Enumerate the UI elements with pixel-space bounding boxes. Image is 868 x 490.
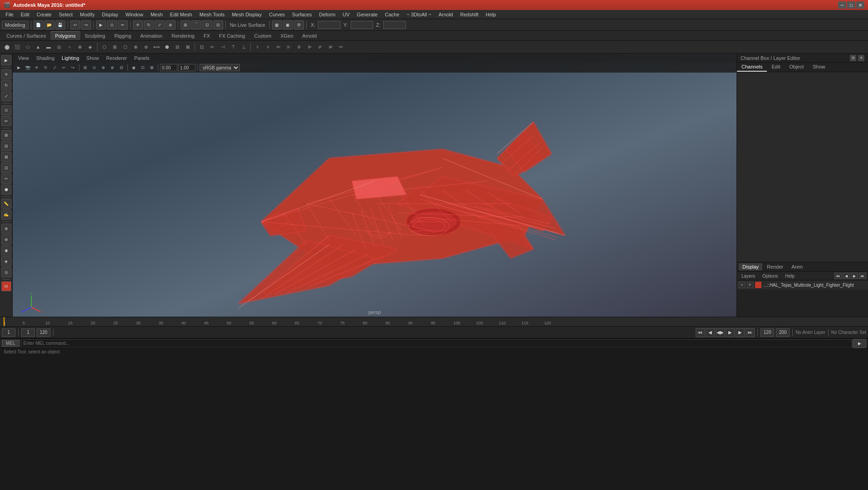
menu-surfaces[interactable]: Surfaces	[288, 11, 315, 18]
timeline-ruler[interactable]: 1 5 10 15 20 25 30 35 40 45 50 55 60 65 …	[0, 317, 868, 326]
minimize-button[interactable]: ─	[838, 1, 846, 9]
menu-select[interactable]: Select	[55, 11, 77, 18]
render-btn[interactable]: ▦	[272, 20, 282, 29]
redo-btn[interactable]: ↪	[81, 20, 91, 29]
mirror-btn[interactable]: ⟺	[151, 42, 161, 52]
menu-mesh[interactable]: Mesh	[147, 11, 166, 18]
undo-btn[interactable]: ↩	[70, 20, 80, 29]
layer-color-swatch[interactable]	[755, 282, 761, 288]
menu-edit-mesh[interactable]: Edit Mesh	[166, 11, 196, 18]
vp-snap3-btn[interactable]: ⊗	[108, 64, 117, 72]
bevel-btn[interactable]: ⬠	[120, 42, 130, 52]
y-input[interactable]	[351, 21, 373, 29]
menu-help[interactable]: Help	[482, 11, 500, 18]
open-btn[interactable]: 📂	[44, 20, 54, 29]
tab-custom[interactable]: Custom	[250, 32, 276, 40]
panel-float-btn[interactable]: ⊟	[850, 55, 856, 61]
convert-sel-btn[interactable]: ⊬	[315, 42, 325, 52]
connect-tool-btn[interactable]: ⊟	[1, 141, 11, 151]
retopo-btn[interactable]: ⊠	[183, 42, 193, 52]
menu-3dtoall[interactable]: ~ 3DtoAll ~	[403, 11, 435, 18]
select-btn[interactable]: ▶	[96, 20, 106, 29]
snap-curve-btn[interactable]: ⌒	[191, 20, 201, 29]
vp-panels-menu[interactable]: Panels	[131, 54, 153, 62]
vp-undo-btn[interactable]: ↩	[60, 64, 68, 72]
tab-rendering[interactable]: Rendering	[167, 32, 199, 40]
vp-scale-btn[interactable]: ⤢	[51, 64, 59, 72]
vp-snap2-btn[interactable]: ⊕	[99, 64, 107, 72]
menu-modify[interactable]: Modify	[76, 11, 98, 18]
color-mode-select[interactable]: sRGB gamma	[200, 64, 240, 71]
help-menu[interactable]: Help	[782, 273, 797, 279]
snap-point-btn[interactable]: ⊡	[202, 20, 212, 29]
vp-value2-input[interactable]	[178, 64, 195, 71]
light-btn[interactable]: ◎	[1, 267, 11, 277]
vp-shading-menu[interactable]: Shading	[33, 54, 58, 62]
go-to-start-btn[interactable]: ⏮	[696, 328, 705, 337]
menu-generate[interactable]: Generate	[353, 11, 381, 18]
anim-start-input[interactable]	[761, 328, 774, 337]
vp-select-btn[interactable]: ▶	[15, 64, 23, 72]
move-tool-btn[interactable]: ✛	[1, 69, 11, 79]
vp-move-btn[interactable]: ✛	[33, 64, 41, 72]
menu-deform[interactable]: Deform	[315, 11, 339, 18]
tab-anim[interactable]: Anim	[788, 263, 806, 270]
shrink-select-btn[interactable]: ⊨	[273, 42, 283, 52]
step-back-btn[interactable]: ◀	[706, 328, 715, 337]
offset-edge-btn[interactable]: ⊠	[1, 152, 11, 162]
scale-tool-btn[interactable]: ⤢	[1, 91, 11, 101]
tab-curves-surfaces[interactable]: Curves / Surfaces	[2, 32, 50, 40]
paint-select-btn[interactable]: ⊭	[326, 42, 336, 52]
vp-frame-sel-btn[interactable]: ⊠	[148, 64, 156, 72]
window-controls[interactable]: ─ □ ✕	[838, 1, 864, 9]
annotation-btn[interactable]: ✍	[1, 210, 11, 220]
ring-select-btn[interactable]: ⊪	[294, 42, 304, 52]
smooth-btn[interactable]: ⬟	[162, 42, 172, 52]
insert-edge-btn[interactable]: ⊡	[1, 163, 11, 173]
tab-rigging[interactable]: Rigging	[110, 32, 136, 40]
layer-nav-prev[interactable]: ◀	[843, 273, 850, 279]
layer-visible-toggle[interactable]: V	[739, 282, 745, 288]
menu-redshift[interactable]: Redshift	[457, 11, 482, 18]
cone-btn[interactable]: ▲	[33, 42, 43, 52]
transform-btn[interactable]: ⊕	[166, 20, 176, 29]
play-fwd-btn[interactable]: ▶	[726, 328, 735, 337]
x-input[interactable]	[318, 21, 341, 29]
vp-renderer-menu[interactable]: Renderer	[102, 54, 131, 62]
snap-grid-btn[interactable]: ⊞	[180, 20, 190, 29]
remesh-btn[interactable]: ⊟	[172, 42, 182, 52]
tab-polygons[interactable]: Polygons	[50, 31, 80, 40]
new-btn[interactable]: 📄	[34, 20, 44, 29]
tab-fx[interactable]: FX	[199, 32, 215, 40]
vp-cam-btn[interactable]: 📷	[24, 64, 32, 72]
layers-menu[interactable]: Layers	[739, 273, 758, 279]
layer-nav-first[interactable]: ⏮	[834, 273, 842, 279]
rotate-btn[interactable]: ↻	[144, 20, 154, 29]
layer-nav-last[interactable]: ⏭	[859, 273, 866, 279]
range-end-input[interactable]	[37, 328, 50, 337]
lasso-btn[interactable]: ⊙	[107, 20, 117, 29]
boolean-btn[interactable]: ⊕	[131, 42, 141, 52]
go-to-end-btn[interactable]: ⏭	[746, 328, 755, 337]
tab-sculpting[interactable]: Sculpting	[80, 32, 110, 40]
tab-edit[interactable]: Edit	[767, 63, 785, 72]
menu-cache[interactable]: Cache	[381, 11, 403, 18]
vp-value1-input[interactable]	[160, 64, 177, 71]
snap-together-btn[interactable]: ⊞	[1, 130, 11, 140]
plane-btn[interactable]: ▬	[44, 42, 54, 52]
move-btn[interactable]: ✛	[133, 20, 143, 29]
vp-redo-btn[interactable]: ↪	[69, 64, 77, 72]
menu-window[interactable]: Window	[122, 11, 147, 18]
vp-snap4-btn[interactable]: ⊟	[117, 64, 126, 72]
frame-input[interactable]	[2, 328, 15, 337]
menu-mesh-display[interactable]: Mesh Display	[228, 11, 265, 18]
weld-btn[interactable]: ⊤	[228, 42, 238, 52]
cube-btn[interactable]: ⬛	[12, 42, 22, 52]
layer-item[interactable]: V P ...::HAL_Tejas_Multirole_Light_Fight…	[737, 280, 868, 289]
select-tool-btn[interactable]: ▶	[1, 55, 11, 65]
paint-reduce-btn[interactable]: ⬟	[1, 185, 11, 195]
close-button[interactable]: ✕	[856, 1, 864, 9]
collapse-btn[interactable]: ⊥	[239, 42, 249, 52]
tab-object[interactable]: Object	[785, 63, 808, 72]
edge-flow-btn[interactable]: ⊢	[207, 42, 217, 52]
